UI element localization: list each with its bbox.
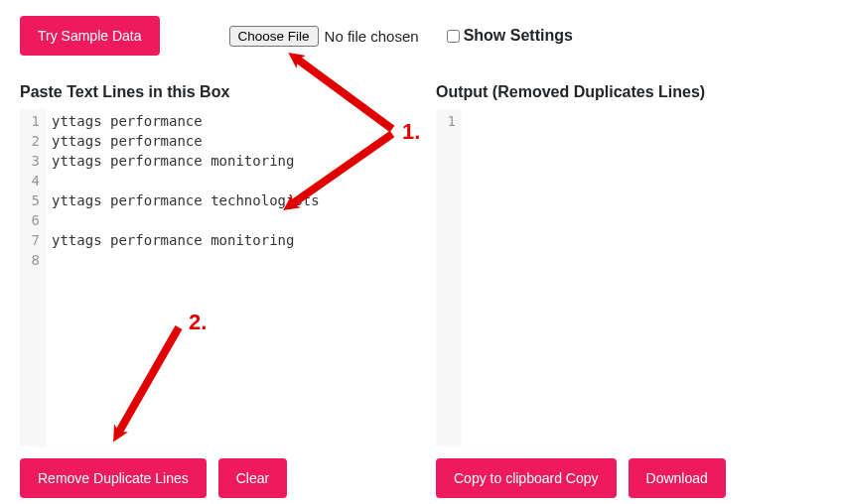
show-settings-checkbox[interactable] [447, 30, 460, 43]
code-line[interactable]: yttags performance [52, 131, 400, 151]
remove-duplicates-button[interactable]: Remove Duplicate Lines [20, 458, 207, 498]
line-number: 7 [24, 230, 40, 250]
line-number: 5 [24, 190, 40, 210]
input-editor[interactable]: 12345678 yttags performanceyttags perfor… [20, 109, 406, 446]
show-settings-label[interactable]: Show Settings [464, 27, 573, 45]
line-number: 2 [24, 131, 40, 151]
line-number: 6 [24, 210, 40, 230]
line-number: 1 [440, 111, 456, 131]
code-line[interactable]: yttags performance monitoring [52, 230, 400, 250]
file-status-text: No file chosen [325, 28, 419, 45]
code-line[interactable]: yttags performance technologists [52, 190, 400, 210]
output-code[interactable] [462, 109, 822, 446]
file-chooser: Choose File No file chosen [229, 26, 419, 47]
code-line[interactable] [52, 171, 400, 190]
clear-button[interactable]: Clear [218, 458, 287, 498]
input-column: Paste Text Lines in this Box 12345678 yt… [20, 83, 406, 498]
input-gutter: 12345678 [20, 109, 46, 446]
code-line[interactable] [52, 250, 400, 270]
line-number: 4 [24, 171, 40, 190]
annotation-label-1: 1. [402, 119, 420, 145]
output-gutter: 1 [436, 109, 462, 446]
code-line[interactable] [468, 111, 816, 131]
download-button[interactable]: Download [629, 458, 726, 498]
input-title: Paste Text Lines in this Box [20, 83, 406, 101]
output-column: Output (Removed Duplicates Lines) 1 Copy… [436, 83, 822, 498]
line-number: 1 [24, 111, 40, 131]
output-title: Output (Removed Duplicates Lines) [436, 83, 822, 101]
copy-button[interactable]: Copy to clipboard Copy [436, 458, 617, 498]
code-line[interactable] [52, 210, 400, 230]
output-buttons: Copy to clipboard Copy Download [436, 458, 822, 498]
code-line[interactable]: yttags performance [52, 111, 400, 131]
line-number: 8 [24, 250, 40, 270]
output-editor[interactable]: 1 [436, 109, 822, 446]
input-code[interactable]: yttags performanceyttags performanceytta… [46, 109, 406, 446]
top-row: Try Sample Data Choose File No file chos… [20, 16, 822, 56]
input-buttons: Remove Duplicate Lines Clear [20, 458, 406, 498]
code-line[interactable]: yttags performance monitoring [52, 151, 400, 171]
line-number: 3 [24, 151, 40, 171]
columns: Paste Text Lines in this Box 12345678 yt… [20, 83, 822, 498]
annotation-label-2: 2. [189, 310, 207, 335]
sample-data-button[interactable]: Try Sample Data [20, 16, 160, 56]
show-settings-toggle: Show Settings [447, 27, 573, 45]
choose-file-button[interactable]: Choose File [229, 26, 319, 47]
